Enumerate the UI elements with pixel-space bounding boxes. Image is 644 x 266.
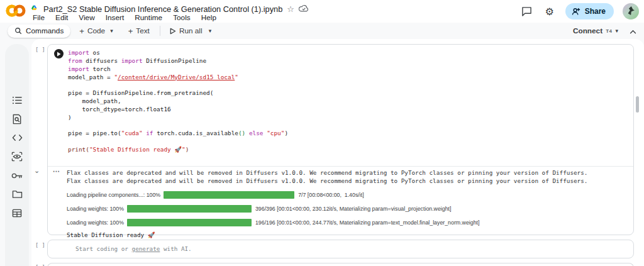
progress-bar bbox=[164, 191, 294, 199]
connect-dropdown-icon[interactable]: ▾ bbox=[615, 28, 618, 34]
code-editor[interactable]: import os from diffusers import Diffusio… bbox=[68, 49, 288, 154]
progress-stats: 196/196 [00:01<00:00, 244.77it/s, Materi… bbox=[255, 219, 480, 226]
scrollbar-thumb[interactable] bbox=[636, 96, 639, 113]
play-outline-icon bbox=[169, 28, 176, 35]
progress-stats: 396/396 [00:01<00:00, 230.12it/s, Materi… bbox=[255, 206, 452, 212]
google-drive-icon bbox=[30, 5, 39, 13]
code-cell-1: import os from diffusers import Diffusio… bbox=[47, 44, 634, 235]
cell-output: ⋯ Flax classes are deprecated and will b… bbox=[48, 166, 633, 235]
code-placeholder: Start coding or generate with AI. bbox=[75, 245, 192, 252]
colab-logo-icon[interactable] bbox=[5, 3, 26, 18]
menu-tools[interactable]: Tools bbox=[172, 13, 192, 23]
plus-icon: + bbox=[79, 26, 84, 36]
connect-button[interactable]: Connect T4 ▾ bbox=[573, 26, 618, 35]
output-collapse-icon[interactable]: ⌄ bbox=[34, 167, 40, 175]
menu-file[interactable]: File bbox=[31, 13, 46, 23]
warning-line: Flax classes are deprecated and will be … bbox=[67, 177, 627, 186]
menu-help[interactable]: Help bbox=[200, 13, 218, 23]
run-all-button[interactable]: Run all bbox=[169, 26, 203, 35]
share-button[interactable]: Share bbox=[565, 3, 614, 19]
search-icon bbox=[14, 27, 22, 35]
menu-insert[interactable]: Insert bbox=[104, 13, 126, 23]
app-header: Part2_S2 Stable Diffusion Inference & Ge… bbox=[0, 0, 644, 23]
menu-edit[interactable]: Edit bbox=[54, 13, 69, 23]
commands-button[interactable]: Commands bbox=[8, 25, 70, 38]
notebook-area: [ ] ⌄ import os from diffusers import Di… bbox=[31, 39, 644, 266]
collapse-header-icon[interactable] bbox=[630, 25, 636, 36]
plus-icon: + bbox=[128, 26, 133, 36]
cell1-execution-count: [ ] bbox=[35, 47, 45, 53]
share-label: Share bbox=[585, 7, 606, 16]
secrets-key-icon[interactable] bbox=[11, 170, 23, 181]
progress-label: Loading pipeline components...: 100% bbox=[67, 192, 160, 198]
add-text-button[interactable]: + Text bbox=[128, 26, 150, 36]
table-of-contents-icon[interactable] bbox=[11, 94, 23, 106]
files-folder-icon[interactable] bbox=[11, 189, 23, 200]
user-avatar[interactable] bbox=[623, 3, 639, 19]
add-code-dropdown-icon[interactable]: ▾ bbox=[110, 28, 113, 34]
generate-ai-link[interactable]: generate bbox=[132, 245, 160, 252]
progress-stats: 7/7 [00:08<00:00, 1.40s/it] bbox=[298, 192, 364, 198]
star-icon[interactable]: ☆ bbox=[287, 4, 294, 14]
add-code-button[interactable]: + Code bbox=[79, 26, 105, 36]
progress-label: Loading weights: 100% bbox=[67, 206, 124, 212]
menu-view[interactable]: View bbox=[77, 13, 96, 23]
code-cell-3[interactable] bbox=[47, 263, 634, 266]
progress-row: Loading weights: 100% 196/196 [00:01<00:… bbox=[67, 219, 627, 226]
menubar: File Edit View Insert Runtime Tools Help bbox=[31, 13, 218, 23]
toolbar-divider bbox=[160, 26, 160, 36]
cloud-saved-icon[interactable] bbox=[299, 3, 309, 14]
variable-inspector-eye-icon[interactable] bbox=[11, 151, 23, 162]
output-menu-icon[interactable]: ⋯ bbox=[53, 167, 60, 175]
run-all-dropdown-icon[interactable]: ▾ bbox=[209, 28, 212, 34]
find-and-replace-icon[interactable] bbox=[11, 113, 23, 125]
settings-gear-icon[interactable]: ⚙ bbox=[543, 4, 557, 18]
gpu-badge: T4 bbox=[606, 28, 612, 34]
people-icon bbox=[572, 8, 581, 16]
code-cell-2[interactable]: Start coding or generate with AI. bbox=[47, 240, 634, 258]
cell2-execution-count: [ ] bbox=[35, 242, 45, 248]
progress-bar bbox=[127, 205, 252, 213]
commands-label: Commands bbox=[26, 26, 64, 35]
menu-runtime[interactable]: Runtime bbox=[133, 13, 164, 23]
warning-line: Flax classes are deprecated and will be … bbox=[67, 169, 627, 177]
code-snippets-icon[interactable] bbox=[11, 132, 23, 143]
comments-icon[interactable] bbox=[520, 4, 534, 18]
data-table-icon[interactable] bbox=[11, 208, 23, 219]
left-sidebar bbox=[5, 44, 29, 266]
notebook-toolbar: Commands + Code ▾ + Text Run all ▾ Conne… bbox=[0, 23, 644, 39]
progress-row: Loading weights: 100% 396/396 [00:01<00:… bbox=[67, 205, 627, 213]
stdout-line: Stable Diffusion ready 🚀 bbox=[67, 231, 627, 238]
run-cell-button[interactable] bbox=[54, 49, 64, 58]
progress-bar bbox=[127, 219, 252, 226]
progress-label: Loading weights: 100% bbox=[67, 219, 124, 226]
progress-row: Loading pipeline components...: 100% 7/7… bbox=[67, 191, 627, 199]
